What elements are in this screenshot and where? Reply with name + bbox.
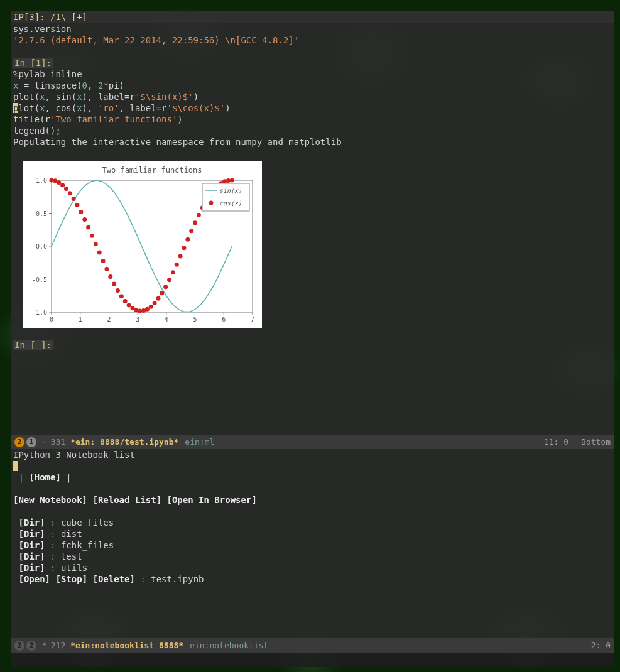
svg-point-51 xyxy=(134,308,138,312)
dir-name: utils xyxy=(61,563,87,573)
svg-text:7: 7 xyxy=(251,316,254,323)
svg-point-77 xyxy=(230,178,234,183)
cell-prompt: In [1]: xyxy=(11,57,614,68)
badge-icon: 2 xyxy=(14,437,24,447)
svg-text:-0.5: -0.5 xyxy=(32,276,47,283)
svg-text:5: 5 xyxy=(193,316,197,323)
svg-point-67 xyxy=(193,220,197,225)
dir-name: dist xyxy=(61,529,82,539)
notebook-pane[interactable]: IP[3]: /1\ [+] sys.version '2.7.6 (defau… xyxy=(11,11,614,435)
home-link[interactable]: Home xyxy=(35,472,56,482)
svg-point-47 xyxy=(119,294,124,298)
badge-icon: 2 xyxy=(26,641,36,651)
svg-point-65 xyxy=(185,237,190,242)
svg-point-48 xyxy=(123,299,128,303)
scroll-pct: Bottom xyxy=(581,437,611,447)
dir-row: [Dir] : dist xyxy=(11,528,614,539)
delete-button[interactable]: Delete xyxy=(98,574,130,584)
tab-bar: IP[3]: /1\ [+] xyxy=(11,11,614,23)
cursor xyxy=(13,461,18,471)
dir-row: [Dir] : utils xyxy=(11,562,614,573)
output-line: '2.7.6 (default, Mar 22 2014, 22:59:56) … xyxy=(11,35,614,46)
svg-point-75 xyxy=(222,179,227,183)
svg-text:1.0: 1.0 xyxy=(36,177,47,184)
new-notebook-button[interactable]: New Notebook xyxy=(18,495,82,505)
svg-point-55 xyxy=(149,305,153,309)
reload-button[interactable]: Reload List xyxy=(98,495,156,505)
dir-row: [Dir] : cube_files xyxy=(11,517,614,528)
svg-text:cos(x): cos(x) xyxy=(219,200,242,207)
dir-name: fchk_files xyxy=(61,540,114,550)
svg-text:4: 4 xyxy=(165,316,168,323)
dir-link[interactable]: Dir xyxy=(24,551,40,561)
svg-point-28 xyxy=(50,178,54,183)
svg-point-38 xyxy=(86,225,90,230)
code-line[interactable]: title(r'Two familiar functions') xyxy=(11,114,614,125)
svg-point-35 xyxy=(75,203,80,207)
svg-point-63 xyxy=(178,254,183,258)
svg-point-30 xyxy=(57,180,61,185)
svg-point-64 xyxy=(182,246,186,250)
svg-point-49 xyxy=(127,303,131,307)
svg-text:-1.0: -1.0 xyxy=(32,309,47,316)
svg-text:6: 6 xyxy=(222,316,226,323)
cursor-pos: 2: 0 xyxy=(591,641,611,650)
svg-point-46 xyxy=(116,288,120,293)
dir-row: [Dir] : test xyxy=(11,551,614,562)
chart-output: Two familiar functions-1.0-0.50.00.51.00… xyxy=(23,161,262,328)
dir-link[interactable]: Dir xyxy=(24,540,40,550)
output-line: Populating the interactive namespace fro… xyxy=(11,136,614,148)
open-button[interactable]: Open xyxy=(24,574,45,584)
modeline-bottom: 2 2 * 212 *ein:notebooklist 8888* ein:no… xyxy=(11,638,614,653)
svg-point-32 xyxy=(64,187,68,191)
code-line[interactable]: legend(); xyxy=(11,125,614,136)
code-line[interactable]: plot(x, cos(x), 'ro', label=r'$\cos(x)$'… xyxy=(11,102,614,114)
breadcrumb: | [Home] | xyxy=(11,472,614,483)
svg-point-41 xyxy=(97,251,102,255)
svg-text:0.5: 0.5 xyxy=(36,210,47,217)
modeline-top: 2 1 − 331 *ein: 8888/test.ipynb* ein:ml … xyxy=(11,435,614,449)
svg-point-44 xyxy=(108,274,112,279)
notebooklist-pane[interactable]: IPython 3 Notebook list | [Home] | [New … xyxy=(11,449,614,638)
svg-point-66 xyxy=(189,229,193,233)
dir-row: [Dir] : fchk_files xyxy=(11,539,614,551)
svg-point-62 xyxy=(175,263,179,267)
svg-text:1: 1 xyxy=(79,316,82,323)
major-mode: ein:notebooklist xyxy=(190,641,268,650)
svg-point-36 xyxy=(79,210,83,214)
notebook-name: test.ipynb xyxy=(151,574,204,584)
svg-point-56 xyxy=(153,301,157,305)
badge-icon: 1 xyxy=(26,437,36,447)
code-line[interactable]: %pylab inline xyxy=(11,68,614,80)
cell-prompt: In [ ]: xyxy=(11,339,614,350)
svg-point-37 xyxy=(82,217,87,222)
svg-point-31 xyxy=(60,183,65,187)
dir-link[interactable]: Dir xyxy=(24,529,40,539)
code-line[interactable]: plot(x, sin(x), label=r'$\sin(x)$') xyxy=(11,91,614,102)
dir-link[interactable]: Dir xyxy=(24,563,40,573)
svg-point-61 xyxy=(171,270,175,274)
minibuffer[interactable] xyxy=(11,653,614,667)
svg-text:sin(x): sin(x) xyxy=(219,187,242,194)
svg-text:Two familiar functions: Two familiar functions xyxy=(102,166,202,175)
tab-prefix: IP[3]: xyxy=(13,12,50,22)
tab-add[interactable]: [+] xyxy=(72,12,87,22)
svg-text:2: 2 xyxy=(107,316,111,323)
open-browser-button[interactable]: Open In Browser xyxy=(172,495,251,505)
stop-button[interactable]: Stop xyxy=(61,574,82,584)
svg-point-42 xyxy=(101,259,106,263)
code-line[interactable]: sys.version xyxy=(11,23,614,35)
svg-point-60 xyxy=(167,278,171,282)
svg-point-39 xyxy=(90,234,94,238)
svg-point-34 xyxy=(72,197,76,201)
badge-icon: 2 xyxy=(14,641,24,651)
svg-point-68 xyxy=(197,213,201,217)
svg-point-57 xyxy=(156,296,160,301)
line-count: 212 xyxy=(51,641,65,650)
code-line[interactable]: x = linspace(0, 2*pi) xyxy=(11,80,614,91)
svg-text:0.0: 0.0 xyxy=(36,243,47,250)
dir-link[interactable]: Dir xyxy=(24,518,40,528)
svg-point-54 xyxy=(145,307,150,312)
tab-active[interactable]: /1\ xyxy=(50,12,66,22)
notebook-row: [Open] [Stop] [Delete] : test.ipynb xyxy=(11,573,614,585)
